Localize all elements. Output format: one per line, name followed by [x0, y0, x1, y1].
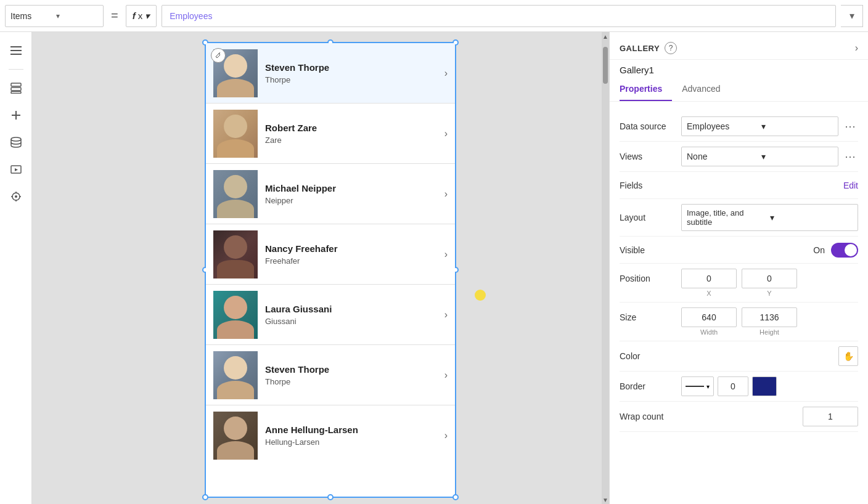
- size-width-label: Width: [700, 328, 718, 336]
- add-icon[interactable]: [5, 104, 27, 126]
- canvas-scrollbar[interactable]: ▲ ▼: [602, 32, 609, 504]
- svg-rect-4: [11, 87, 21, 91]
- gallery-item-arrow[interactable]: ›: [444, 128, 448, 139]
- position-y-label: Y: [767, 290, 771, 297]
- scrollbar-track[interactable]: [603, 41, 608, 495]
- svg-point-8: [11, 137, 21, 141]
- gallery-item-image: [213, 412, 258, 460]
- scrollbar-down-arrow[interactable]: ▼: [602, 495, 609, 504]
- gallery-item[interactable]: Steven Thorpe Thorpe ›: [206, 345, 455, 405]
- visible-on-text: On: [813, 245, 825, 255]
- gallery-item[interactable]: Robert Zare Zare ›: [206, 104, 455, 164]
- gallery-item[interactable]: Michael Neipper Neipper ›: [206, 164, 455, 224]
- database-icon[interactable]: [5, 131, 27, 153]
- items-dropdown-label: Items: [10, 11, 52, 21]
- border-number-field[interactable]: 0: [718, 376, 748, 396]
- gallery-item[interactable]: Steven Thorpe Thorpe ›: [206, 43, 455, 104]
- gallery-item-arrow[interactable]: ›: [444, 370, 448, 381]
- data-source-label: Data source: [620, 121, 681, 131]
- handle-bottom-right[interactable]: [452, 494, 459, 500]
- gallery-item-image: [213, 291, 258, 339]
- items-dropdown-chevron: ▾: [56, 12, 98, 20]
- svg-point-11: [15, 195, 17, 198]
- wrap-count-row: Wrap count 1: [620, 402, 858, 432]
- views-more[interactable]: ⋯: [842, 150, 858, 163]
- scrollbar-thumb[interactable]: [603, 47, 608, 84]
- data-source-dropdown[interactable]: Employees ▾: [681, 116, 838, 136]
- gallery-item-title: Robert Zare: [265, 123, 437, 133]
- size-height-label: Height: [760, 328, 779, 336]
- gallery-item-text: Michael Neipper Neipper: [258, 183, 444, 205]
- scrollbar-up-arrow[interactable]: ▲: [602, 32, 609, 41]
- hamburger-icon[interactable]: [5, 39, 27, 62]
- fx-x: x: [138, 10, 143, 21]
- visible-toggle[interactable]: [831, 243, 858, 258]
- border-control: ▾ 0: [681, 376, 858, 396]
- fx-button[interactable]: f x ▾: [126, 5, 157, 27]
- layers-icon[interactable]: [5, 77, 27, 99]
- border-style-dropdown[interactable]: ▾: [681, 376, 714, 396]
- data-source-more[interactable]: ⋯: [842, 120, 858, 133]
- position-x-group: 0 X: [681, 269, 737, 297]
- size-controls: 640 Width 1136 Height: [681, 307, 858, 336]
- gallery-item[interactable]: Nancy Freehafer Freehafer ›: [206, 224, 455, 285]
- gallery-container[interactable]: Steven Thorpe Thorpe › Robert Zare Zare …: [205, 42, 456, 498]
- views-control: None ▾ ⋯: [681, 147, 858, 166]
- equals-sign: =: [108, 9, 121, 23]
- toolbar-divider-1: [9, 69, 23, 70]
- wrap-count-control: 1: [681, 407, 858, 426]
- visible-control: On: [681, 243, 858, 258]
- gallery-item-subtitle: Thorpe: [265, 377, 437, 386]
- gallery-item-title: Laura Giussani: [265, 304, 437, 314]
- tabs-row: Properties Advanced: [610, 78, 868, 102]
- media-icon[interactable]: [5, 158, 27, 181]
- gallery-item[interactable]: Anne Hellung-Larsen Hellung-Larsen ›: [206, 405, 455, 466]
- wrap-count-field[interactable]: 1: [803, 407, 858, 426]
- tab-properties[interactable]: Properties: [620, 78, 672, 101]
- edit-pencil-icon[interactable]: [211, 48, 226, 63]
- wrap-count-label: Wrap count: [620, 412, 681, 421]
- gallery-item-arrow[interactable]: ›: [444, 249, 448, 260]
- gallery-item-image: [213, 110, 258, 158]
- position-y-group: 0 Y: [742, 269, 797, 297]
- formula-bar[interactable]: Employees: [162, 5, 836, 27]
- size-height-field[interactable]: 1136: [742, 307, 797, 327]
- gallery-item[interactable]: Laura Giussani Giussani ›: [206, 285, 455, 345]
- gallery-item-subtitle: Freehafer: [265, 256, 437, 266]
- tools-icon[interactable]: [5, 185, 27, 208]
- gallery-item-title: Steven Thorpe: [265, 62, 437, 73]
- svg-rect-2: [10, 54, 22, 55]
- help-icon[interactable]: ?: [665, 42, 677, 54]
- tab-advanced[interactable]: Advanced: [682, 78, 730, 101]
- gallery-item-text: Steven Thorpe Thorpe: [258, 62, 444, 84]
- panel-nav-arrow[interactable]: ›: [855, 43, 858, 54]
- position-row: Position 0 X 0 Y: [620, 264, 858, 303]
- views-dropdown[interactable]: None ▾: [681, 147, 838, 166]
- layout-control: Image, title, and subtitle ▾: [681, 204, 858, 231]
- border-color-swatch[interactable]: [752, 376, 777, 396]
- position-label: Position: [620, 269, 681, 283]
- handle-bottom-left[interactable]: [202, 494, 208, 500]
- data-source-value: Employees: [687, 121, 759, 131]
- gallery-item-arrow[interactable]: ›: [444, 309, 448, 320]
- gallery-item-arrow[interactable]: ›: [444, 430, 448, 441]
- color-swatch[interactable]: ✋: [838, 346, 858, 366]
- gallery-item-text: Steven Thorpe Thorpe: [258, 364, 444, 386]
- handle-bottom-middle[interactable]: [327, 494, 334, 500]
- gallery-item-arrow[interactable]: ›: [444, 68, 448, 79]
- gallery-item-subtitle: Hellung-Larsen: [265, 437, 437, 447]
- position-y-field[interactable]: 0: [742, 269, 797, 288]
- layout-dropdown[interactable]: Image, title, and subtitle ▾: [681, 204, 858, 231]
- items-dropdown[interactable]: Items ▾: [5, 5, 104, 27]
- fields-edit-link[interactable]: Edit: [843, 181, 858, 190]
- position-x-field[interactable]: 0: [681, 269, 737, 288]
- gallery-item-arrow[interactable]: ›: [444, 189, 448, 200]
- position-controls: 0 X 0 Y: [681, 269, 858, 297]
- formula-bar-chevron[interactable]: ▾: [841, 5, 863, 27]
- gallery-item-text: Nancy Freehafer Freehafer: [258, 243, 444, 266]
- data-source-control: Employees ▾ ⋯: [681, 116, 858, 136]
- size-width-field[interactable]: 640: [681, 307, 737, 327]
- gallery-item-subtitle: Zare: [265, 136, 437, 145]
- svg-rect-5: [11, 92, 21, 94]
- fields-label: Fields: [620, 181, 681, 190]
